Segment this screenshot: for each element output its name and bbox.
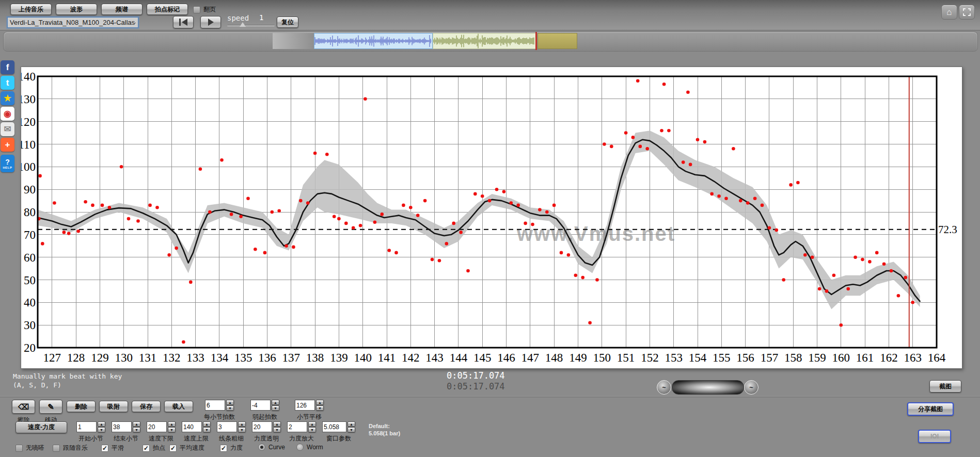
average-tempo-checkbox-label: 平均速度 bbox=[180, 444, 204, 452]
ioi-button[interactable]: IOI bbox=[918, 430, 951, 443]
skip-to-start-button[interactable] bbox=[173, 16, 194, 28]
tempo-min-spinner-down-arrow[interactable]: ▼ bbox=[168, 427, 176, 432]
follow-music-checkbox-block[interactable]: 跟随音乐 bbox=[53, 444, 88, 452]
reset-speed-button[interactable]: 复位 bbox=[277, 17, 298, 28]
curve-radio[interactable] bbox=[258, 444, 265, 451]
dynamics-opacity-spinner-down-arrow[interactable]: ▼ bbox=[273, 427, 281, 432]
screenshot-button[interactable]: 截图 bbox=[929, 380, 961, 393]
follow-music-checkbox[interactable] bbox=[53, 445, 60, 452]
end-measure-spinner-down-arrow[interactable]: ▼ bbox=[133, 427, 140, 432]
pageflip-checkbox[interactable] bbox=[193, 6, 200, 13]
fullscreen-button[interactable] bbox=[959, 5, 975, 20]
snap-button[interactable]: 吸附 bbox=[99, 401, 128, 412]
qzone-share-icon[interactable]: ★ bbox=[1, 91, 14, 105]
share-screenshot-button[interactable]: 分享截图 bbox=[907, 402, 954, 416]
tempo-min-spinner-up-arrow[interactable]: ▲ bbox=[168, 421, 176, 427]
no-click-checkbox-block[interactable]: 无嘀嗒 bbox=[15, 444, 44, 452]
facebook-share-icon[interactable]: f bbox=[1, 60, 14, 74]
tempo-max-spinner-input[interactable] bbox=[182, 421, 202, 432]
measure-offset-spinner-label: 小节平移 bbox=[297, 413, 322, 421]
overview-waveform[interactable] bbox=[273, 33, 577, 49]
tempo-chart-canvas[interactable]: www.Vmus.net72.3203040506070809010011012… bbox=[21, 67, 962, 368]
line-width-spinner-down-arrow[interactable]: ▼ bbox=[238, 427, 246, 432]
svg-text:110: 110 bbox=[21, 138, 36, 151]
average-tempo-checkbox-block[interactable]: ✓平均速度 bbox=[169, 444, 204, 452]
end-measure-spinner-arrows: ▲▼ bbox=[133, 421, 140, 432]
save-button[interactable]: 保存 bbox=[132, 401, 161, 412]
dynamics-checkbox-block[interactable]: ✓力度 bbox=[220, 444, 243, 452]
smooth-checkbox[interactable]: ✓ bbox=[101, 445, 108, 452]
upload-music-button[interactable]: 上传音乐 bbox=[10, 4, 52, 15]
speed-slider-thumb[interactable] bbox=[240, 22, 246, 27]
fullscreen-icon bbox=[963, 8, 971, 16]
worm-radio[interactable] bbox=[296, 444, 304, 451]
email-share-icon[interactable]: ✉ bbox=[1, 122, 14, 136]
beats-per-measure-spinner-up-arrow[interactable]: ▲ bbox=[226, 400, 234, 405]
window-param-spinner-up-arrow[interactable]: ▲ bbox=[347, 421, 355, 427]
play-button[interactable] bbox=[200, 16, 221, 28]
worm-radio-block[interactable]: Worm bbox=[296, 444, 323, 451]
dynamics-scale-spinner-up-arrow[interactable]: ▲ bbox=[308, 421, 316, 427]
tempo-max-spinner-down-arrow[interactable]: ▼ bbox=[203, 427, 211, 432]
dynamics-checkbox[interactable]: ✓ bbox=[220, 445, 227, 452]
tempo-max-spinner-up-arrow[interactable]: ▲ bbox=[203, 421, 211, 427]
beat-mark-button[interactable]: 拍点标记 bbox=[147, 4, 188, 15]
max-volume-icon[interactable]: ~ bbox=[744, 380, 758, 395]
svg-text:161: 161 bbox=[856, 351, 874, 364]
spectrum-button[interactable]: 频谱 bbox=[101, 4, 143, 15]
end-measure-spinner-input[interactable] bbox=[112, 421, 132, 432]
mute-icon[interactable]: ~ bbox=[657, 380, 671, 395]
measure-offset-spinner-input[interactable] bbox=[295, 400, 315, 411]
waveform-playhead[interactable] bbox=[535, 32, 537, 50]
dynamics-scale-spinner-down-arrow[interactable]: ▼ bbox=[308, 427, 316, 432]
status-instruction-line2: (A, S, D, F) bbox=[13, 381, 122, 389]
twitter-share-icon[interactable]: t bbox=[1, 76, 14, 90]
tempo-min-spinner-input[interactable] bbox=[147, 421, 167, 432]
weibo-share-icon[interactable]: ◉ bbox=[1, 107, 14, 121]
delete-button[interactable]: 删除 bbox=[67, 401, 96, 412]
measure-offset-spinner-down-arrow[interactable]: ▼ bbox=[316, 405, 324, 411]
beats-per-measure-spinner-down-arrow[interactable]: ▼ bbox=[226, 405, 234, 411]
waveform-button[interactable]: 波形 bbox=[56, 4, 97, 15]
line-width-spinner-input[interactable] bbox=[217, 421, 237, 432]
move-tool-button[interactable]: ✎ bbox=[39, 400, 62, 414]
help-icon[interactable]: ?HELP bbox=[1, 155, 14, 172]
pickup-beats-spinner-up-arrow[interactable]: ▲ bbox=[272, 400, 279, 405]
tempo-dynamics-button[interactable]: 速度-力度 bbox=[15, 421, 67, 433]
svg-text:127: 127 bbox=[43, 351, 61, 364]
window-param-spinner-input[interactable] bbox=[322, 421, 346, 432]
start-measure-spinner-down-arrow[interactable]: ▼ bbox=[98, 427, 105, 432]
dynamics-opacity-spinner-up-arrow[interactable]: ▲ bbox=[273, 421, 281, 427]
svg-text:146: 146 bbox=[497, 351, 515, 364]
home-button[interactable]: ⌂ bbox=[941, 5, 957, 20]
pickup-beats-spinner-down-arrow[interactable]: ▼ bbox=[272, 405, 279, 411]
window-param-spinner-down-arrow[interactable]: ▼ bbox=[347, 427, 355, 432]
start-measure-spinner-input[interactable] bbox=[76, 421, 97, 432]
load-button[interactable]: 载入 bbox=[164, 401, 193, 412]
pageflip-toggle[interactable]: 翻页 bbox=[193, 5, 216, 14]
dynamics-scale-spinner-input[interactable] bbox=[287, 421, 307, 432]
erase-tool-button[interactable]: ⌫ bbox=[12, 400, 35, 414]
dynamics-scale-spinner-field: ▲▼ bbox=[287, 421, 316, 432]
smooth-checkbox-block[interactable]: ✓平滑 bbox=[101, 444, 124, 452]
measure-offset-spinner-up-arrow[interactable]: ▲ bbox=[316, 400, 324, 405]
end-measure-spinner-up-arrow[interactable]: ▲ bbox=[133, 421, 140, 427]
beat-points-checkbox-block[interactable]: ✓拍点 bbox=[143, 444, 165, 452]
more-share-icon[interactable]: + bbox=[1, 138, 14, 152]
beats-per-measure-spinner-input[interactable] bbox=[205, 400, 225, 411]
no-click-checkbox[interactable] bbox=[15, 445, 23, 452]
dynamics-opacity-spinner-input[interactable] bbox=[252, 421, 272, 432]
line-width-spinner: ▲▼线条粗细 bbox=[217, 421, 246, 443]
vmus-watermark: www.Vmus.net bbox=[516, 222, 675, 245]
filename-input[interactable] bbox=[7, 17, 138, 28]
pickup-beats-spinner-label: 弱起拍数 bbox=[252, 413, 277, 421]
line-width-spinner-up-arrow[interactable]: ▲ bbox=[238, 421, 246, 427]
beat-points-checkbox[interactable]: ✓ bbox=[143, 445, 150, 452]
start-measure-spinner-up-arrow[interactable]: ▲ bbox=[98, 421, 105, 427]
average-tempo-checkbox[interactable]: ✓ bbox=[169, 445, 177, 452]
volume-slider[interactable] bbox=[672, 380, 744, 395]
pickup-beats-spinner-input[interactable] bbox=[250, 400, 271, 411]
start-measure-spinner-field: ▲▼ bbox=[76, 421, 105, 432]
curve-radio-block[interactable]: Curve bbox=[258, 444, 285, 451]
speed-slider[interactable] bbox=[227, 25, 275, 26]
